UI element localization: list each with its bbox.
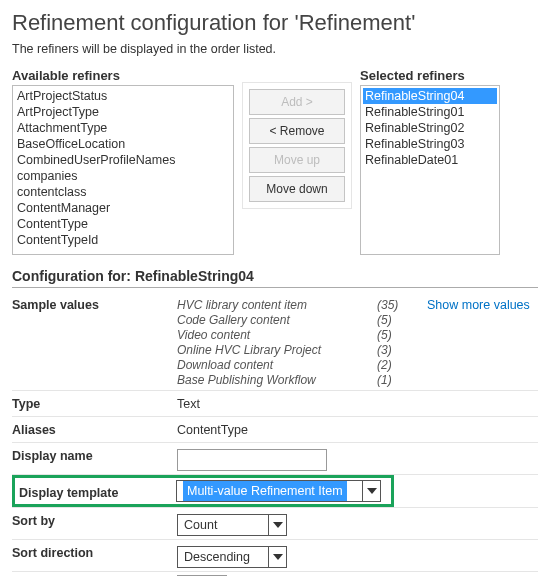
aliases-label: Aliases (12, 420, 177, 437)
display-template-select[interactable]: Multi-value Refinement Item (176, 480, 381, 502)
list-item[interactable]: ContentTypeId (15, 232, 231, 248)
list-item[interactable]: RefinableString01 (363, 104, 497, 120)
display-template-label: Display template (19, 483, 176, 500)
selected-refiners-label: Selected refiners (360, 68, 500, 83)
aliases-value: ContentType (177, 420, 538, 437)
list-item[interactable]: RefinableString02 (363, 120, 497, 136)
list-item[interactable]: RefinableDate01 (363, 152, 497, 168)
list-item[interactable]: companies (15, 168, 231, 184)
show-more-values-link[interactable]: Show more values (427, 298, 530, 387)
page-title: Refinement configuration for 'Refinement… (12, 10, 538, 36)
selected-refiners-listbox[interactable]: RefinableString04RefinableString01Refina… (360, 85, 500, 255)
sort-direction-label: Sort direction (12, 543, 177, 560)
display-name-input[interactable] (177, 449, 327, 471)
page-subtitle: The refiners will be displayed in the or… (12, 42, 538, 56)
move-down-button[interactable]: Move down (249, 176, 345, 202)
list-item[interactable]: AttachmentType (15, 120, 231, 136)
available-refiners-label: Available refiners (12, 68, 234, 83)
add-button[interactable]: Add > (249, 89, 345, 115)
sort-by-select[interactable]: Count (177, 514, 287, 536)
type-value: Text (177, 394, 538, 411)
sort-direction-select[interactable]: Descending (177, 546, 287, 568)
list-item[interactable]: BaseOfficeLocation (15, 136, 231, 152)
sample-values-label: Sample values (12, 295, 177, 312)
remove-button[interactable]: < Remove (249, 118, 345, 144)
list-item[interactable]: ArtProjectType (15, 104, 231, 120)
list-item[interactable]: RefinableString03 (363, 136, 497, 152)
available-refiners-listbox[interactable]: ArtProjectStatusArtProjectTypeAttachment… (12, 85, 234, 255)
list-item[interactable]: contentclass (15, 184, 231, 200)
list-item[interactable]: ContentType (15, 216, 231, 232)
list-item[interactable]: RefinableString04 (363, 88, 497, 104)
list-item[interactable]: ArtProjectStatus (15, 88, 231, 104)
list-item[interactable]: ContentManager (15, 200, 231, 216)
move-up-button[interactable]: Move up (249, 147, 345, 173)
sample-values-list: HVC library content item(35)Code Gallery… (177, 298, 407, 387)
list-item[interactable]: CombinedUserProfileNames (15, 152, 231, 168)
type-label: Type (12, 394, 177, 411)
display-name-label: Display name (12, 446, 177, 463)
configuration-for-heading: Configuration for: RefinableString04 (12, 265, 538, 288)
chevron-down-icon (362, 481, 380, 501)
chevron-down-icon (268, 547, 286, 567)
chevron-down-icon (268, 515, 286, 535)
sort-by-label: Sort by (12, 511, 177, 528)
